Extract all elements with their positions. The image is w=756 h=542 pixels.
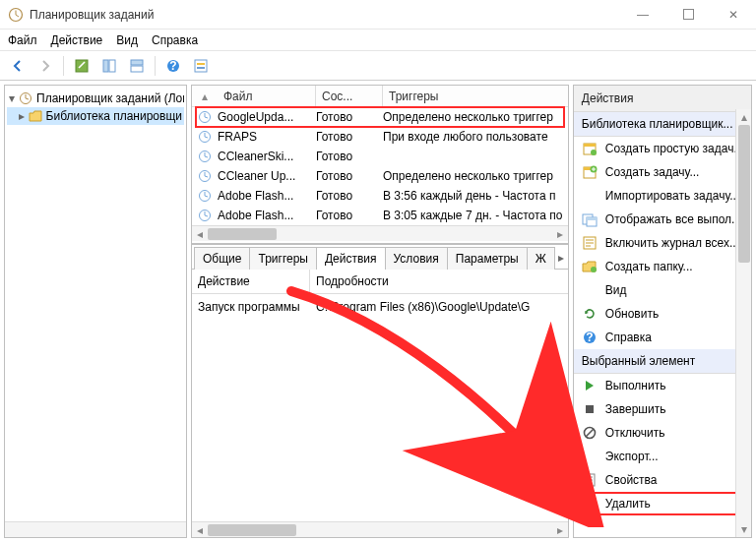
close-button[interactable]: ✕ (711, 0, 756, 29)
tb-more-button[interactable] (189, 54, 213, 78)
tree-library[interactable]: ▸ Библиотека планировщи (7, 107, 184, 125)
svg-rect-43 (587, 217, 597, 220)
tb-view1-button[interactable] (97, 54, 121, 78)
tree-library-label: Библиотека планировщи (46, 109, 182, 123)
scroll-right-icon[interactable]: ▸ (552, 522, 568, 537)
actions-title: Действия (574, 86, 752, 112)
list-hscroll[interactable]: ◂ ▸ (192, 225, 568, 241)
action-group-library-header[interactable]: Библиотека планировщик... ▴ (574, 112, 752, 137)
action-label: Импортировать задачу... (605, 189, 739, 203)
tab-0[interactable]: Общие (194, 247, 250, 270)
action-label: Создать задачу... (605, 165, 700, 179)
tab-5[interactable]: Ж (527, 247, 555, 270)
detail-hscroll[interactable]: ◂ ▸ (192, 521, 568, 537)
scroll-left-icon[interactable]: ◂ (192, 226, 208, 241)
tree-root[interactable]: ▾ Планировщик заданий (Лока (7, 90, 184, 107)
tree-root-label: Планировщик заданий (Лока (36, 91, 184, 105)
task-row[interactable]: FRAPSГотовоПри входе любого пользовате (192, 127, 568, 147)
tree-hscroll[interactable] (5, 521, 186, 537)
tab-1[interactable]: Триггеры (249, 247, 317, 270)
task-trigger: Определено несколько триггер (383, 110, 568, 124)
task-row[interactable]: Adobe Flash...ГотовоВ 3:56 каждый день -… (192, 186, 568, 206)
disable-icon (582, 425, 598, 441)
clock-icon (198, 169, 212, 183)
action-item[interactable]: Удалить (574, 492, 752, 515)
task-row[interactable]: Adobe Flash...ГотовоВ 3:05 каждые 7 дн. … (192, 206, 568, 225)
action-item[interactable]: Отображать все выпол... (574, 208, 752, 231)
titlebar: Планировщик заданий — ✕ (0, 0, 756, 30)
action-label: Отключить (605, 426, 665, 440)
indicator-col: ▴ (192, 86, 218, 106)
action-item[interactable]: Создать папку... (574, 255, 752, 278)
task-state: Готово (316, 110, 383, 124)
action-group-selected-header[interactable]: Выбранный элемент ▴ (574, 349, 752, 374)
header-triggers[interactable]: Триггеры (383, 86, 568, 106)
tab-4[interactable]: Параметры (447, 247, 528, 270)
svg-rect-5 (103, 60, 108, 72)
nav-back-button[interactable] (6, 54, 30, 78)
action-item[interactable]: Завершить (574, 397, 752, 421)
action-item[interactable]: Обновить (574, 302, 752, 326)
detail-header: Действие Подробности (192, 269, 568, 294)
svg-text:?: ? (586, 331, 593, 344)
header-state[interactable]: Сос... (316, 86, 383, 106)
tab-overflow-icon[interactable]: ▸ (554, 247, 568, 269)
menu-help[interactable]: Справка (152, 33, 198, 47)
menu-view[interactable]: Вид (116, 33, 138, 47)
clock-icon (198, 189, 212, 203)
tb-help-button[interactable]: ? (161, 54, 185, 78)
svg-rect-11 (195, 60, 207, 72)
action-label: Создать папку... (605, 260, 693, 273)
highlight-box (576, 492, 750, 515)
nav-fwd-button[interactable] (33, 54, 57, 78)
menu-file[interactable]: Файл (8, 33, 37, 47)
action-group-library-title: Библиотека планировщик... (582, 117, 734, 131)
action-item[interactable]: Отключить (574, 421, 752, 445)
blank-icon (582, 188, 598, 204)
detail-action: Запуск программы (192, 294, 310, 320)
help-icon: ? (582, 330, 598, 345)
detail-row[interactable]: Запуск программы C:\Program Files (x86)\… (192, 294, 568, 320)
detail-header-info[interactable]: Подробности (310, 270, 568, 293)
detail-pane: ОбщиеТриггерыДействияУсловияПараметрыЖ▸ … (192, 243, 568, 537)
action-label: Свойства (605, 473, 658, 487)
task-row[interactable]: CCleaner Up...ГотовоОпределено несколько… (192, 166, 568, 186)
tab-3[interactable]: Условия (385, 247, 448, 270)
minimize-button[interactable]: — (620, 0, 665, 29)
tab-2[interactable]: Действия (316, 247, 386, 270)
action-item[interactable]: Создать задачу... (574, 160, 752, 184)
task-trigger: В 3:05 каждые 7 дн. - Частота по (383, 209, 568, 222)
calendar-new-icon (582, 141, 598, 156)
scroll-up-icon[interactable]: ▴ (736, 109, 751, 125)
action-item[interactable]: Создать простую задач... (574, 137, 752, 160)
clock-icon (198, 110, 212, 124)
task-row[interactable]: GoogleUpda...ГотовоОпределено несколько … (192, 107, 568, 127)
scroll-thumb[interactable] (208, 228, 277, 240)
action-item[interactable]: ?Справка (574, 326, 752, 349)
scroll-thumb[interactable] (738, 125, 750, 263)
maximize-button[interactable] (665, 0, 711, 29)
scroll-left-icon[interactable]: ◂ (192, 522, 208, 537)
clock-icon (198, 209, 212, 222)
action-label: Справка (605, 331, 652, 344)
action-item[interactable]: Экспорт... (574, 445, 752, 468)
detail-header-action[interactable]: Действие (192, 270, 310, 293)
scroll-thumb[interactable] (208, 524, 296, 536)
action-item[interactable]: Свойства (574, 468, 752, 492)
tb-view2-button[interactable] (125, 54, 149, 78)
scroll-down-icon[interactable]: ▾ (736, 521, 751, 537)
scroll-right-icon[interactable]: ▸ (552, 226, 568, 241)
blank-icon (582, 282, 598, 298)
action-item[interactable]: Включить журнал всех... (574, 231, 752, 255)
menu-action[interactable]: Действие (51, 33, 103, 47)
action-item[interactable]: Выполнить (574, 374, 752, 397)
actions-vscroll[interactable]: ▴ ▾ (735, 109, 751, 537)
task-name: CCleanerSki... (218, 150, 316, 163)
task-row[interactable]: CCleanerSki...Готово (192, 147, 568, 166)
action-item[interactable]: Вид▸ (574, 278, 752, 302)
action-item[interactable]: Импортировать задачу... (574, 184, 752, 208)
header-file[interactable]: Файл (218, 86, 316, 106)
tab-strip: ОбщиеТриггерыДействияУсловияПараметрыЖ▸ (192, 245, 568, 269)
task-list: ▴ Файл Сос... Триггеры GoogleUpda...Гото… (192, 86, 568, 241)
tb-properties-button[interactable] (70, 54, 94, 78)
